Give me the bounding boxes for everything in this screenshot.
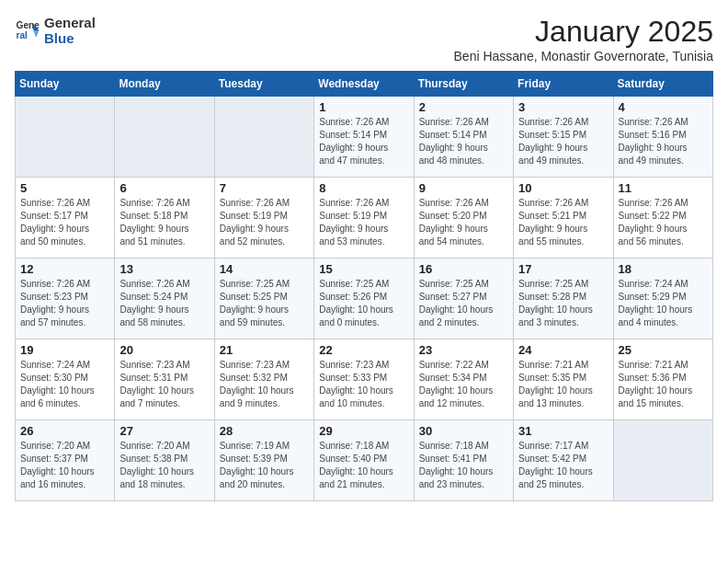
day-info: Sunrise: 7:26 AM Sunset: 5:14 PM Dayligh… [319,116,408,167]
day-info: Sunrise: 7:26 AM Sunset: 5:18 PM Dayligh… [119,197,209,248]
day-info: Sunrise: 7:19 AM Sunset: 5:39 PM Dayligh… [220,440,309,491]
header-day-monday: Monday [115,72,214,97]
day-number: 14 [220,262,309,276]
calendar-cell: 29Sunrise: 7:18 AM Sunset: 5:40 PM Dayli… [314,420,414,501]
calendar-cell: 12Sunrise: 7:26 AM Sunset: 5:23 PM Dayli… [16,259,115,339]
calendar-cell: 2Sunrise: 7:26 AM Sunset: 5:14 PM Daylig… [414,97,513,178]
calendar-cell: 16Sunrise: 7:25 AM Sunset: 5:27 PM Dayli… [414,259,513,339]
logo-text-line1: General [44,15,96,30]
day-info: Sunrise: 7:26 AM Sunset: 5:16 PM Dayligh… [619,116,708,167]
calendar-cell: 21Sunrise: 7:23 AM Sunset: 5:32 PM Dayli… [214,339,313,420]
calendar-cell: 14Sunrise: 7:25 AM Sunset: 5:25 PM Dayli… [214,259,313,339]
calendar-cell [214,97,313,178]
day-number: 29 [319,424,408,438]
day-number: 8 [319,181,408,195]
day-info: Sunrise: 7:21 AM Sunset: 5:36 PM Dayligh… [619,359,708,410]
day-number: 21 [220,343,309,357]
day-info: Sunrise: 7:26 AM Sunset: 5:20 PM Dayligh… [419,197,508,248]
calendar-table: SundayMondayTuesdayWednesdayThursdayFrid… [15,71,713,501]
header-day-tuesday: Tuesday [214,72,313,97]
day-info: Sunrise: 7:17 AM Sunset: 5:42 PM Dayligh… [518,440,608,491]
day-number: 24 [518,343,608,357]
location-subtitle: Beni Hassane, Monastir Governorate, Tuni… [454,49,713,63]
day-number: 11 [619,181,708,195]
logo-text-line2: Blue [44,30,96,46]
day-info: Sunrise: 7:26 AM Sunset: 5:21 PM Dayligh… [518,197,608,248]
day-info: Sunrise: 7:24 AM Sunset: 5:30 PM Dayligh… [20,359,109,410]
title-block: January 2025 Beni Hassane, Monastir Gove… [454,15,713,63]
day-info: Sunrise: 7:23 AM Sunset: 5:33 PM Dayligh… [319,359,408,410]
day-info: Sunrise: 7:26 AM Sunset: 5:15 PM Dayligh… [518,116,608,167]
calendar-cell: 17Sunrise: 7:25 AM Sunset: 5:28 PM Dayli… [514,259,613,339]
day-info: Sunrise: 7:20 AM Sunset: 5:38 PM Dayligh… [119,440,209,491]
day-number: 23 [419,343,508,357]
day-info: Sunrise: 7:26 AM Sunset: 5:23 PM Dayligh… [20,278,109,329]
day-info: Sunrise: 7:25 AM Sunset: 5:25 PM Dayligh… [220,278,309,329]
calendar-cell: 23Sunrise: 7:22 AM Sunset: 5:34 PM Dayli… [414,339,513,420]
month-title: January 2025 [454,15,713,49]
calendar-cell: 4Sunrise: 7:26 AM Sunset: 5:16 PM Daylig… [613,97,712,178]
header-row: SundayMondayTuesdayWednesdayThursdayFrid… [16,72,713,97]
calendar-cell: 26Sunrise: 7:20 AM Sunset: 5:37 PM Dayli… [16,420,115,501]
day-number: 12 [20,262,109,276]
calendar-cell: 20Sunrise: 7:23 AM Sunset: 5:31 PM Dayli… [115,339,214,420]
svg-text:ral: ral [17,30,28,40]
week-row-5: 26Sunrise: 7:20 AM Sunset: 5:37 PM Dayli… [16,420,713,501]
week-row-2: 5Sunrise: 7:26 AM Sunset: 5:17 PM Daylig… [16,178,713,259]
day-number: 27 [119,424,209,438]
day-info: Sunrise: 7:26 AM Sunset: 5:22 PM Dayligh… [619,197,708,248]
calendar-cell: 5Sunrise: 7:26 AM Sunset: 5:17 PM Daylig… [16,178,115,259]
calendar-cell: 9Sunrise: 7:26 AM Sunset: 5:20 PM Daylig… [414,178,513,259]
page-header: Gene ral General Blue January 2025 Beni … [15,15,713,63]
day-number: 9 [419,181,508,195]
day-info: Sunrise: 7:26 AM Sunset: 5:17 PM Dayligh… [20,197,109,248]
day-info: Sunrise: 7:25 AM Sunset: 5:28 PM Dayligh… [518,278,608,329]
calendar-cell [613,420,712,501]
calendar-cell: 3Sunrise: 7:26 AM Sunset: 5:15 PM Daylig… [514,97,613,178]
day-number: 10 [518,181,608,195]
calendar-cell: 24Sunrise: 7:21 AM Sunset: 5:35 PM Dayli… [514,339,613,420]
calendar-cell: 30Sunrise: 7:18 AM Sunset: 5:41 PM Dayli… [414,420,513,501]
day-number: 22 [319,343,408,357]
calendar-cell [115,97,214,178]
day-number: 26 [20,424,109,438]
day-number: 2 [419,100,508,114]
calendar-cell: 15Sunrise: 7:25 AM Sunset: 5:26 PM Dayli… [314,259,414,339]
svg-marker-3 [33,30,39,38]
day-number: 15 [319,262,408,276]
calendar-cell: 19Sunrise: 7:24 AM Sunset: 5:30 PM Dayli… [16,339,115,420]
week-row-1: 1Sunrise: 7:26 AM Sunset: 5:14 PM Daylig… [16,97,713,178]
day-info: Sunrise: 7:25 AM Sunset: 5:26 PM Dayligh… [319,278,408,329]
header-day-thursday: Thursday [414,72,513,97]
day-number: 19 [20,343,109,357]
day-info: Sunrise: 7:26 AM Sunset: 5:24 PM Dayligh… [119,278,209,329]
day-info: Sunrise: 7:23 AM Sunset: 5:31 PM Dayligh… [119,359,209,410]
day-number: 17 [518,262,608,276]
day-info: Sunrise: 7:22 AM Sunset: 5:34 PM Dayligh… [419,359,508,410]
header-day-sunday: Sunday [16,72,115,97]
header-day-saturday: Saturday [613,72,712,97]
day-info: Sunrise: 7:24 AM Sunset: 5:29 PM Dayligh… [619,278,708,329]
day-number: 25 [619,343,708,357]
day-info: Sunrise: 7:26 AM Sunset: 5:14 PM Dayligh… [419,116,508,167]
day-number: 28 [220,424,309,438]
day-info: Sunrise: 7:25 AM Sunset: 5:27 PM Dayligh… [419,278,508,329]
calendar-cell [16,97,115,178]
day-number: 4 [619,100,708,114]
day-number: 5 [20,181,109,195]
calendar-cell: 8Sunrise: 7:26 AM Sunset: 5:19 PM Daylig… [314,178,414,259]
day-info: Sunrise: 7:26 AM Sunset: 5:19 PM Dayligh… [220,197,309,248]
day-number: 13 [119,262,209,276]
day-number: 6 [119,181,209,195]
day-info: Sunrise: 7:23 AM Sunset: 5:32 PM Dayligh… [220,359,309,410]
day-number: 16 [419,262,508,276]
calendar-cell: 7Sunrise: 7:26 AM Sunset: 5:19 PM Daylig… [214,178,313,259]
day-number: 1 [319,100,408,114]
week-row-3: 12Sunrise: 7:26 AM Sunset: 5:23 PM Dayli… [16,259,713,339]
day-info: Sunrise: 7:18 AM Sunset: 5:40 PM Dayligh… [319,440,408,491]
calendar-cell: 25Sunrise: 7:21 AM Sunset: 5:36 PM Dayli… [613,339,712,420]
calendar-cell: 13Sunrise: 7:26 AM Sunset: 5:24 PM Dayli… [115,259,214,339]
calendar-cell: 18Sunrise: 7:24 AM Sunset: 5:29 PM Dayli… [613,259,712,339]
day-number: 3 [518,100,608,114]
calendar-cell: 28Sunrise: 7:19 AM Sunset: 5:39 PM Dayli… [214,420,313,501]
